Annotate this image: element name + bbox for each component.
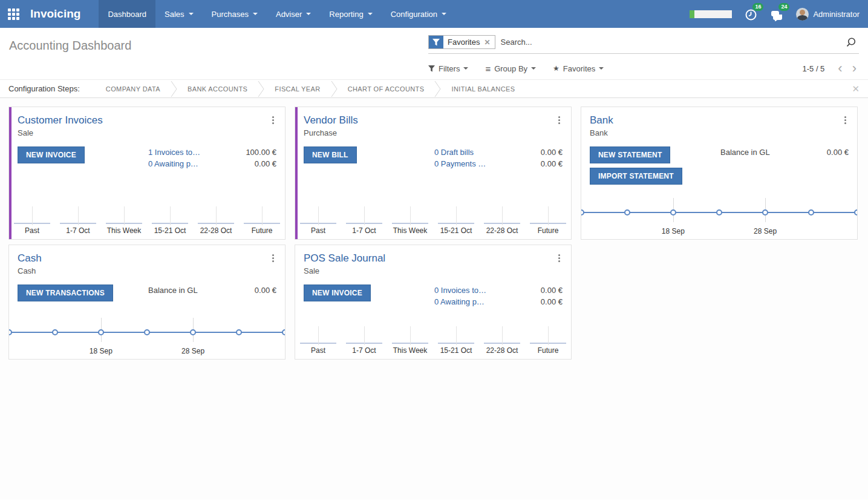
card-cash: Cash Cash NEW TRANSACTIONS Balance in GL… (8, 245, 286, 360)
bar-chart-column: Future (239, 199, 285, 239)
caret-down-icon (531, 67, 536, 70)
card-line-chart: 18 Sep28 Sep (9, 315, 285, 359)
card-title-link[interactable]: Vendor Bills (304, 114, 358, 127)
bar-chart-column: Past (9, 199, 55, 239)
filters-label: Filters (439, 64, 460, 73)
card-subtitle: Cash (18, 266, 42, 275)
control-panel: Accounting Dashboard Favorites ✕ Filters (0, 28, 868, 79)
gridline (262, 206, 263, 225)
stat-link[interactable]: 0 Awaiting p… (148, 159, 198, 168)
card-title-link[interactable]: Bank (590, 114, 613, 127)
bar-chart-column: This Week (101, 199, 147, 239)
axis-label: 15-21 Oct (154, 224, 186, 239)
pager: 1-5 / 5 ‹ › (802, 62, 859, 75)
pager-prev-icon[interactable]: ‹ (835, 62, 844, 75)
new-invoice-button[interactable]: NEW INVOICE (304, 285, 371, 301)
pager-value: 1-5 / 5 (802, 64, 824, 73)
group-by-button[interactable]: ≡ Group By (485, 64, 536, 73)
menu-label: Dashboard (108, 10, 146, 19)
new-transactions-button[interactable]: NEW TRANSACTIONS (18, 285, 113, 301)
new-bill-button[interactable]: NEW BILL (304, 146, 357, 163)
step-bank-accounts[interactable]: BANK ACCOUNTS (177, 85, 258, 93)
axis-label: 28 Sep (181, 347, 204, 355)
gridline (170, 206, 171, 225)
kebab-menu-icon[interactable] (842, 114, 849, 126)
favorites-button[interactable]: ★ Favorites (553, 64, 604, 73)
activity-clock-icon[interactable]: 16 (744, 7, 758, 21)
stat-link[interactable]: 0 Invoices to… (434, 286, 486, 295)
kebab-menu-icon[interactable] (556, 114, 563, 126)
chevron-separator-icon (331, 81, 338, 97)
search-options-row: Filters ≡ Group By ★ Favorites 1-5 / 5 ‹… (428, 62, 859, 75)
step-company-data[interactable]: COMPANY DATA (96, 85, 171, 93)
card-title-link[interactable]: POS Sale Journal (304, 252, 385, 265)
menu-dashboard[interactable]: Dashboard (99, 0, 155, 28)
menu-label: Purchases (212, 10, 249, 19)
usage-progressbar[interactable] (690, 10, 732, 18)
card-title-link[interactable]: Cash (18, 252, 42, 265)
axis-label: Past (311, 224, 325, 239)
chevron-separator-icon (434, 81, 441, 97)
stat-link[interactable]: 0 Draft bills (434, 148, 474, 157)
step-chart-of-accounts[interactable]: CHART OF ACCOUNTS (338, 85, 435, 93)
balance-row: Balance in GL 0.00 € (148, 286, 276, 295)
favorites-star-icon: ★ (553, 64, 560, 73)
stat-link[interactable]: 1 Invoices to… (148, 148, 200, 157)
kebab-menu-icon[interactable] (270, 114, 276, 126)
axis-label: This Week (393, 224, 427, 239)
search-input[interactable] (495, 36, 846, 48)
stat-link[interactable]: 0 Payments … (434, 159, 486, 168)
card-customer-invoices: Customer Invoices Sale NEW INVOICE 1 Inv… (8, 107, 286, 240)
card-subtitle: Sale (304, 266, 385, 275)
card-title-link[interactable]: Customer Invoices (18, 114, 103, 127)
axis-label: 1-7 Oct (352, 344, 376, 359)
bar-chart-column: 15-21 Oct (433, 199, 479, 239)
messages-icon[interactable]: 24 (770, 7, 784, 21)
gridline (456, 326, 457, 345)
card-bar-chart: Past1-7 OctThis Week15-21 Oct22-28 OctFu… (295, 199, 571, 239)
menu-reporting[interactable]: Reporting (320, 0, 381, 28)
menu-sales[interactable]: Sales (155, 0, 203, 28)
close-icon[interactable]: ✕ (852, 84, 860, 94)
new-statement-button[interactable]: NEW STATEMENT (590, 146, 670, 163)
gridline (548, 206, 549, 225)
stat-amount: 0.00 € (541, 286, 563, 295)
caret-down-icon (463, 67, 468, 70)
facet-remove-icon[interactable]: ✕ (484, 38, 490, 47)
user-menu[interactable]: Administrator (796, 8, 860, 21)
pager-next-icon[interactable]: › (850, 62, 859, 75)
bar-chart-column: 22-28 Oct (193, 199, 239, 239)
gridline (502, 206, 503, 225)
search-facet[interactable]: Favorites ✕ (428, 35, 495, 49)
menu-configuration[interactable]: Configuration (382, 0, 455, 28)
app-title[interactable]: Invoicing (27, 0, 99, 28)
bar-chart-column: 22-28 Oct (479, 199, 525, 239)
step-initial-balances[interactable]: INITIAL BALANCES (441, 85, 525, 93)
menu-purchases[interactable]: Purchases (203, 0, 267, 28)
caret-down-icon (306, 13, 311, 15)
menu-adviser[interactable]: Adviser (267, 0, 320, 28)
apps-menu-icon[interactable] (0, 0, 27, 28)
search-icon[interactable] (846, 37, 857, 48)
avatar (796, 8, 809, 21)
axis-label: 28 Sep (754, 227, 777, 235)
new-invoice-button[interactable]: NEW INVOICE (18, 146, 85, 163)
stat-amount: 100.00 € (246, 148, 276, 157)
card-vendor-bills: Vendor Bills Purchase NEW BILL 0 Draft b… (295, 107, 572, 240)
gridline (318, 206, 319, 225)
filters-button[interactable]: Filters (428, 64, 468, 73)
stat-link[interactable]: 0 Awaiting p… (434, 297, 485, 306)
card-bank: Bank Bank NEW STATEMENT IMPORT STATEMENT… (581, 107, 858, 240)
configuration-steps-bar: Configuration Steps: COMPANY DATA BANK A… (0, 79, 868, 98)
kebab-menu-icon[interactable] (556, 252, 563, 264)
caret-down-icon (253, 13, 258, 15)
caret-down-icon (599, 67, 604, 70)
import-statement-button[interactable]: IMPORT STATEMENT (590, 168, 682, 185)
axis-label: 15-21 Oct (440, 224, 472, 239)
dashboard-kanban: Customer Invoices Sale NEW INVOICE 1 Inv… (0, 98, 868, 499)
gridline (364, 206, 365, 225)
kebab-menu-icon[interactable] (270, 252, 276, 264)
balance-amount: 0.00 € (827, 148, 849, 157)
step-fiscal-year[interactable]: FISCAL YEAR (264, 85, 330, 93)
bar-chart-column: Future (525, 319, 571, 359)
